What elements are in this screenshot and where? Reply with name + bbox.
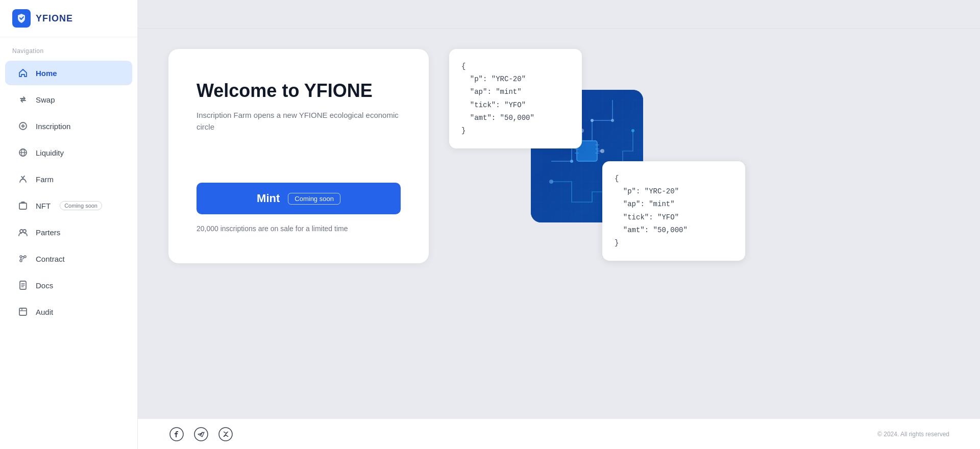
telegram-icon[interactable]: [193, 426, 209, 442]
code-bottom-line1: {: [615, 174, 619, 183]
svg-point-10: [24, 256, 26, 258]
svg-point-48: [570, 160, 573, 163]
code-top-line3: "ap": "mint": [470, 88, 522, 96]
sidebar-item-parters-label: Parters: [36, 228, 60, 237]
sidebar-item-nft[interactable]: NFT Coming soon: [5, 193, 132, 218]
sidebar-item-docs[interactable]: Docs: [5, 273, 132, 297]
welcome-subtitle: Inscription Farm opens a new YFIONE ecol…: [197, 110, 401, 133]
sidebar-item-contract[interactable]: Contract: [5, 246, 132, 271]
mint-button[interactable]: Mint Coming soon: [197, 183, 401, 214]
farm-icon: [17, 173, 29, 185]
home-icon: [17, 67, 29, 79]
code-top-line1: {: [461, 62, 465, 70]
docs-icon: [17, 280, 29, 291]
sidebar: YFIONE Navigation Home Swap I: [0, 0, 138, 449]
sidebar-item-inscription[interactable]: Inscription: [5, 114, 132, 138]
audit-icon: [17, 306, 29, 317]
svg-point-9: [20, 256, 22, 258]
code-card-bottom: { "p": "YRC-20" "ap": "mint" "tick": "YF…: [602, 161, 745, 261]
code-bottom-line5: "amt": "50,000": [623, 226, 688, 234]
inscription-icon: [17, 120, 29, 132]
sidebar-item-docs-label: Docs: [36, 281, 53, 290]
svg-point-11: [20, 260, 22, 262]
svg-point-63: [631, 129, 634, 132]
main-content: Welcome to YFIONE Inscription Farm opens…: [138, 29, 980, 418]
inscriptions-note: 20,000 inscriptions are on sale for a li…: [197, 224, 401, 233]
sidebar-item-parters[interactable]: Parters: [5, 220, 132, 244]
svg-rect-6: [19, 203, 27, 209]
parters-icon: [17, 227, 29, 238]
sidebar-item-home[interactable]: Home: [5, 61, 132, 85]
sidebar-item-home-label: Home: [36, 69, 57, 78]
welcome-card: Welcome to YFIONE Inscription Farm opens…: [168, 49, 429, 263]
svg-point-61: [549, 180, 553, 184]
logo-area: YFIONE: [0, 0, 137, 37]
logo-icon: [12, 9, 31, 28]
twitter-icon[interactable]: [217, 426, 234, 442]
code-bottom-line3: "ap": "mint": [623, 200, 675, 208]
footer: © 2024. All rights reserved: [138, 418, 980, 449]
sidebar-item-farm-label: Farm: [36, 175, 54, 184]
contract-icon: [17, 253, 29, 264]
svg-point-60: [611, 119, 614, 122]
code-bottom-line2: "p": "YRC-20": [623, 187, 679, 195]
sidebar-item-liquidity[interactable]: Liquidity: [5, 140, 132, 165]
liquidity-icon: [17, 147, 29, 158]
code-card-top: { "p": "YRC-20" "ap": "mint" "tick": "YF…: [449, 49, 582, 148]
svg-point-7: [20, 230, 23, 233]
svg-point-66: [600, 149, 604, 153]
sidebar-item-inscription-label: Inscription: [36, 122, 70, 131]
footer-copyright: © 2024. All rights reserved: [877, 431, 949, 438]
sidebar-item-contract-label: Contract: [36, 255, 65, 263]
facebook-icon[interactable]: [168, 426, 185, 442]
code-bottom-line4: "tick": "YFO": [623, 213, 679, 221]
svg-rect-19: [19, 308, 27, 315]
mint-coming-soon-badge: Coming soon: [288, 193, 340, 205]
svg-line-14: [22, 258, 24, 260]
swap-icon: [17, 94, 29, 105]
code-top-line6: }: [461, 127, 465, 135]
sidebar-item-audit[interactable]: Audit: [5, 300, 132, 324]
main-header: [138, 0, 980, 29]
svg-point-49: [591, 119, 594, 122]
mint-button-label: Mint: [257, 192, 280, 205]
welcome-title: Welcome to YFIONE: [197, 80, 401, 102]
logo-text: YFIONE: [36, 13, 73, 24]
sidebar-item-swap[interactable]: Swap: [5, 87, 132, 112]
right-decorative-area: { "p": "YRC-20" "ap": "mint" "tick": "YF…: [449, 49, 949, 263]
code-bottom-line6: }: [615, 239, 619, 247]
svg-point-8: [23, 230, 26, 233]
nft-coming-soon-badge: Coming soon: [60, 201, 102, 210]
sidebar-item-nft-label: NFT: [36, 202, 51, 210]
nav-section-label: Navigation: [0, 37, 137, 60]
code-top-line4: "tick": "YFO": [470, 101, 526, 109]
nft-icon: [17, 200, 29, 211]
code-top-line5: "amt": "50,000": [470, 114, 534, 122]
code-top-line2: "p": "YRC-20": [470, 75, 526, 83]
sidebar-item-liquidity-label: Liquidity: [36, 148, 64, 157]
sidebar-item-swap-label: Swap: [36, 95, 55, 104]
main-area: Welcome to YFIONE Inscription Farm opens…: [138, 0, 980, 449]
sidebar-item-audit-label: Audit: [36, 308, 53, 316]
sidebar-item-farm[interactable]: Farm: [5, 167, 132, 191]
footer-social-icons: [168, 426, 234, 442]
